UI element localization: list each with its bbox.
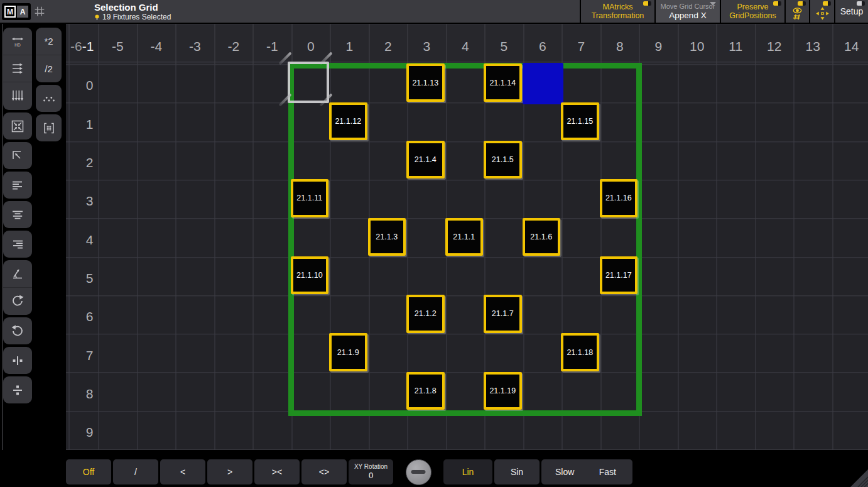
- fixture-id-visibility-button[interactable]: [786, 0, 809, 23]
- rotate-ccw-icon: [10, 324, 25, 339]
- fixture-cell-21.1.11[interactable]: 21.1.11: [291, 179, 329, 217]
- rotate-ccw-tool[interactable]: [3, 317, 32, 344]
- fixture-cell-21.1.14[interactable]: 21.1.14: [484, 63, 522, 102]
- row-header-3[interactable]: 3: [66, 180, 99, 218]
- window-grid-icon[interactable]: [33, 4, 46, 18]
- column-header-12[interactable]: 12: [755, 24, 794, 64]
- sidebar-group: [3, 231, 32, 258]
- shift-h-icon: HD: [10, 34, 25, 49]
- column-header--4[interactable]: -4: [137, 24, 176, 64]
- grid-cursor[interactable]: [288, 62, 329, 103]
- column-header-3[interactable]: 3: [408, 24, 447, 64]
- fan-vertical-tool[interactable]: [3, 82, 32, 109]
- fixture-cell-21.1.16[interactable]: 21.1.16: [600, 179, 638, 217]
- column-header-1[interactable]: 1: [330, 24, 369, 64]
- column-header-14[interactable]: 14: [832, 24, 868, 64]
- mirror-vertical-tool[interactable]: [3, 376, 32, 403]
- move-grid-cursor-button[interactable]: Move Grid CursorAppend X: [656, 0, 720, 23]
- shift-horizontal-tool[interactable]: HD: [3, 28, 32, 55]
- double-button[interactable]: *2: [36, 28, 62, 55]
- move-grid-button[interactable]: [810, 0, 834, 23]
- fixture-cell-21.1.19[interactable]: 21.1.19: [484, 372, 522, 410]
- button-label: MAtricks: [603, 3, 633, 11]
- row-header-4[interactable]: 4: [66, 219, 99, 257]
- align-right-tool[interactable]: [3, 231, 32, 258]
- column-header-7[interactable]: 7: [562, 24, 601, 64]
- ma-logo-m: M: [4, 6, 16, 18]
- corner-reset-icon: [10, 148, 25, 163]
- fixture-cell-21.1.10[interactable]: 21.1.10: [291, 256, 329, 295]
- column-header-5[interactable]: 5: [485, 24, 524, 64]
- align-left-tool[interactable]: [3, 172, 32, 199]
- column-header-6[interactable]: 6: [523, 24, 562, 64]
- column-header-2[interactable]: 2: [369, 24, 408, 64]
- column-header-4[interactable]: 4: [446, 24, 485, 64]
- fixture-cell-21.1.9[interactable]: 21.1.9: [329, 333, 367, 371]
- wave-tool[interactable]: [36, 85, 62, 112]
- fixture-cell-21.1.1[interactable]: 21.1.1: [445, 218, 484, 256]
- fixture-cell-21.1.18[interactable]: 21.1.18: [561, 333, 599, 371]
- dotted-grid-tool[interactable]: [36, 114, 62, 141]
- sin-button[interactable]: Sin: [494, 459, 540, 484]
- sidebar-group: [3, 201, 32, 228]
- column-header-13[interactable]: 13: [794, 24, 833, 64]
- preserve-gridpositions-button[interactable]: PreserveGridPositions: [721, 0, 784, 23]
- fixture-cell-21.1.13[interactable]: 21.1.13: [406, 63, 445, 102]
- window-resize-handle[interactable]: [848, 467, 868, 487]
- row-header-0[interactable]: 0: [66, 64, 99, 102]
- row-header-9[interactable]: 9: [66, 411, 99, 449]
- fixture-cell-21.1.3[interactable]: 21.1.3: [368, 218, 406, 256]
- fixture-cell-21.1.7[interactable]: 21.1.7: [484, 295, 522, 333]
- fixture-cell-21.1.6[interactable]: 21.1.6: [523, 218, 561, 256]
- column-header-11[interactable]: 11: [717, 24, 756, 64]
- slash-button[interactable]: /: [113, 459, 158, 484]
- column-header-8[interactable]: 8: [600, 24, 639, 64]
- fixture-cell-21.1.8[interactable]: 21.1.8: [406, 372, 445, 410]
- column-header-10[interactable]: 10: [678, 24, 717, 64]
- row-header-1[interactable]: 1: [66, 103, 99, 141]
- fixture-cell-21.1.2[interactable]: 21.1.2: [406, 295, 445, 333]
- selection-grid-canvas[interactable]: -6-1-5-4-3-2-101234567891011121314012345…: [66, 24, 868, 450]
- setup-button[interactable]: Setup: [835, 0, 868, 23]
- in-button[interactable]: ><: [254, 459, 300, 484]
- knob-dial[interactable]: [406, 459, 431, 485]
- angle-tool[interactable]: [3, 260, 32, 287]
- row-header-6[interactable]: 6: [66, 295, 99, 334]
- align-center-tool[interactable]: [3, 201, 32, 228]
- column-header--3[interactable]: -3: [176, 24, 215, 64]
- sidebar-group: [3, 260, 32, 315]
- window-left-edge: [2, 24, 3, 450]
- fixture-cell-21.1.5[interactable]: 21.1.5: [484, 141, 522, 179]
- half-button[interactable]: /2: [36, 55, 62, 82]
- right-button[interactable]: >: [207, 459, 252, 484]
- center-grid-tool[interactable]: [3, 112, 32, 140]
- corner-reset-tool[interactable]: [3, 142, 32, 169]
- fixture-cell-21.1.17[interactable]: 21.1.17: [600, 256, 638, 295]
- fixture-id-label: 21.1.14: [489, 79, 516, 87]
- column-header-9[interactable]: 9: [639, 24, 678, 64]
- fixture-cell-21.1.15[interactable]: 21.1.15: [561, 102, 599, 141]
- fixture-cell-21.1.4[interactable]: 21.1.4: [406, 141, 445, 179]
- row-header-7[interactable]: 7: [66, 334, 99, 372]
- corner-col-label: -6: [70, 39, 82, 53]
- rotation-knob[interactable]: [395, 459, 442, 484]
- row-header-8[interactable]: 8: [66, 373, 99, 411]
- lin-button[interactable]: Lin: [443, 459, 492, 484]
- column-header--2[interactable]: -2: [214, 24, 253, 64]
- fan-horizontal-tool[interactable]: [3, 55, 32, 82]
- row-header-5[interactable]: 5: [66, 257, 99, 295]
- column-header--5[interactable]: -5: [99, 24, 138, 64]
- off-button[interactable]: Off: [66, 459, 111, 484]
- left-button[interactable]: <: [160, 459, 205, 484]
- out-button[interactable]: <>: [301, 459, 347, 484]
- mirror-horizontal-tool[interactable]: [3, 347, 32, 374]
- row-header-2[interactable]: 2: [66, 141, 99, 180]
- fixture-cell-21.1.12[interactable]: 21.1.12: [329, 102, 367, 141]
- grid-corner-cell[interactable]: -6-1: [66, 24, 99, 64]
- svg-text:HD: HD: [14, 42, 21, 47]
- slow-fast-button[interactable]: SlowFast: [541, 459, 632, 484]
- xy-rotation-encoder[interactable]: XY Rotation0: [349, 459, 393, 484]
- highlighted-cell[interactable]: [523, 63, 563, 104]
- rotate-cw-tool[interactable]: [3, 287, 32, 314]
- matricks-transformation-button[interactable]: MAtricksTransformation: [581, 0, 654, 23]
